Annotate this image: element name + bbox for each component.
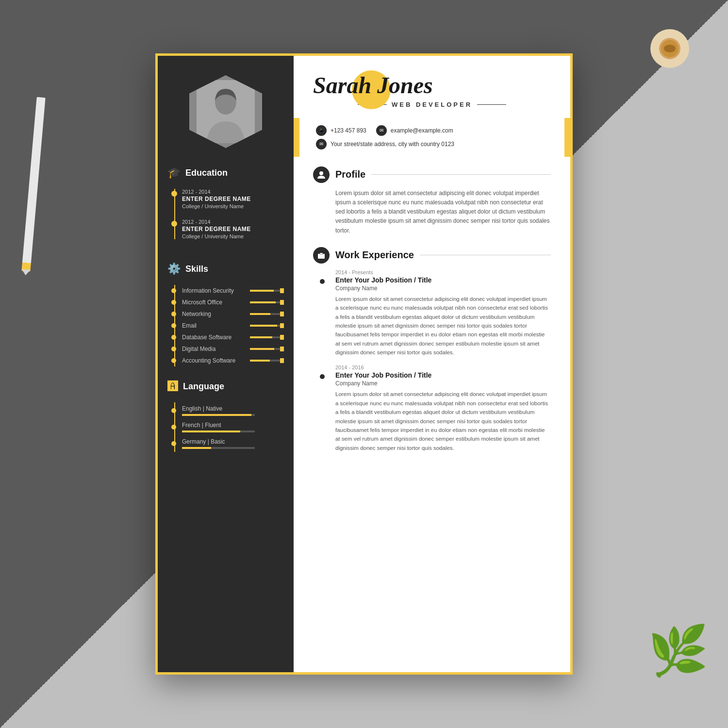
skill-item-3: Networking bbox=[158, 308, 294, 320]
skill-thumb-5 bbox=[280, 335, 284, 340]
lang-name-3: Germany | Basic bbox=[182, 438, 284, 445]
skill-bar-7 bbox=[250, 360, 284, 362]
profile-section-header: Profile bbox=[313, 166, 551, 183]
work-desc-2: Lorem ipsum dolor sit amet consectetur a… bbox=[335, 390, 551, 452]
skill-thumb-4 bbox=[280, 323, 284, 328]
phone-text: +123 457 893 bbox=[331, 127, 366, 134]
yellow-bar-right bbox=[564, 118, 567, 157]
edu-entry-1: 2012 - 2014 ENTER DEGREE NAME College / … bbox=[158, 189, 294, 209]
skill-dot-1 bbox=[171, 288, 176, 293]
language-header: 🅰 Language bbox=[158, 376, 294, 397]
name-section: Sarah Jones WEB DEVELOPER bbox=[294, 56, 570, 118]
work-title-1: Enter Your Job Position / Title bbox=[335, 276, 551, 284]
work-icon bbox=[313, 247, 330, 264]
skill-thumb-7 bbox=[280, 358, 284, 363]
job-title: WEB DEVELOPER bbox=[313, 101, 551, 108]
profile-title: Profile bbox=[335, 169, 365, 180]
education-header: 🎓 Education bbox=[158, 163, 294, 183]
work-entry-2: 2014 - 2016 Enter Your Job Position / Ti… bbox=[313, 364, 551, 452]
skill-name-4: Email bbox=[182, 322, 246, 329]
skill-bar-3 bbox=[250, 313, 284, 315]
edu-degree-1: ENTER DEGREE NAME bbox=[182, 196, 284, 202]
education-icon: 🎓 bbox=[167, 166, 181, 179]
language-section: 🅰 Language English | Native French | Flu… bbox=[158, 376, 294, 462]
address-text: Your street/state address, city with cou… bbox=[331, 141, 454, 148]
education-title: Education bbox=[185, 168, 228, 178]
skill-bar-2 bbox=[250, 301, 284, 303]
lang-dot-3 bbox=[171, 441, 176, 446]
profile-line bbox=[371, 174, 551, 175]
skill-item-7: Accounting Software bbox=[158, 355, 294, 366]
profile-photo bbox=[189, 75, 262, 148]
work-dot-2 bbox=[320, 374, 325, 379]
plant-decoration: 🌿 bbox=[648, 622, 709, 679]
skill-dot-3 bbox=[171, 312, 176, 316]
edu-year-2: 2012 - 2014 bbox=[182, 219, 284, 225]
address-icon: ✉ bbox=[316, 139, 327, 149]
contact-section: 📱 +123 457 893 ✉ example@example.com ✉ Y… bbox=[294, 118, 570, 157]
skill-dot-6 bbox=[171, 347, 176, 351]
lang-item-2: French | Fluent bbox=[158, 419, 294, 435]
skill-thumb-3 bbox=[280, 312, 284, 316]
skill-item-2: Microsoft Office bbox=[158, 297, 294, 308]
skill-name-5: Database Software bbox=[182, 334, 246, 341]
work-experience-section: Work Experience 2014 - Presents Enter Yo… bbox=[313, 247, 551, 452]
skill-item-5: Database Software bbox=[158, 331, 294, 343]
skill-item-1: Information Security bbox=[158, 285, 294, 297]
skill-name-6: Digital Media bbox=[182, 346, 246, 352]
skill-bar-4 bbox=[250, 325, 284, 327]
edu-year-1: 2012 - 2014 bbox=[182, 189, 284, 195]
skill-bar-1 bbox=[250, 290, 284, 292]
skill-fill-5 bbox=[250, 336, 272, 338]
svg-point-2 bbox=[664, 45, 676, 52]
svg-rect-6 bbox=[318, 254, 325, 259]
lang-dot-2 bbox=[171, 425, 176, 430]
edu-entry-2: 2012 - 2014 ENTER DEGREE NAME College / … bbox=[158, 219, 294, 239]
work-year-2: 2014 - 2016 bbox=[335, 364, 551, 370]
phone-icon: 📱 bbox=[316, 125, 327, 136]
lang-fill-2 bbox=[182, 430, 240, 432]
skill-thumb-2 bbox=[280, 300, 284, 305]
skill-fill-7 bbox=[250, 360, 270, 362]
skill-dot-5 bbox=[171, 335, 176, 340]
lang-bar-2 bbox=[182, 430, 255, 432]
contact-address: ✉ Your street/state address, city with c… bbox=[316, 139, 454, 149]
candidate-name: Sarah Jones bbox=[313, 73, 551, 99]
edu-degree-2: ENTER DEGREE NAME bbox=[182, 226, 284, 232]
skill-fill-4 bbox=[250, 325, 277, 327]
skill-name-1: Information Security bbox=[182, 287, 246, 294]
coffee-cup-decoration bbox=[650, 29, 689, 68]
skill-dot-4 bbox=[171, 323, 176, 328]
work-title-2: Enter Your Job Position / Title bbox=[335, 371, 551, 379]
skill-fill-2 bbox=[250, 301, 276, 303]
email-icon: ✉ bbox=[376, 125, 387, 136]
education-section: 🎓 Education 2012 - 2014 ENTER DEGREE NAM… bbox=[158, 163, 294, 259]
svg-rect-7 bbox=[320, 253, 323, 254]
lang-bar-1 bbox=[182, 414, 255, 416]
language-icon: 🅰 bbox=[167, 380, 178, 393]
edu-dot-2 bbox=[171, 221, 177, 227]
skills-header: ⚙️ Skills bbox=[158, 259, 294, 279]
contact-phone: 📱 +123 457 893 bbox=[316, 125, 366, 136]
profile-section: Profile Lorem ipsum dolor sit amet conse… bbox=[313, 166, 551, 235]
skill-bar-5 bbox=[250, 336, 284, 338]
language-title: Language bbox=[183, 381, 224, 392]
lang-bar-3 bbox=[182, 447, 255, 449]
skills-title: Skills bbox=[185, 264, 208, 274]
skill-dot-7 bbox=[171, 358, 176, 363]
svg-point-5 bbox=[319, 171, 323, 175]
skill-dot-2 bbox=[171, 300, 176, 305]
skill-thumb-6 bbox=[280, 347, 284, 351]
work-line bbox=[420, 255, 551, 255]
work-year-1: 2014 - Presents bbox=[335, 269, 551, 275]
skills-icon: ⚙️ bbox=[167, 263, 181, 275]
skill-fill-6 bbox=[250, 348, 274, 350]
skill-fill-3 bbox=[250, 313, 270, 315]
edu-school-1: College / University Name bbox=[182, 203, 284, 209]
lang-item-1: English | Native bbox=[158, 402, 294, 419]
email-text: example@example.com bbox=[391, 127, 453, 134]
yellow-bar-left bbox=[297, 118, 299, 157]
photo-section bbox=[158, 56, 294, 163]
lang-dot-1 bbox=[171, 408, 176, 413]
work-section-title: Work Experience bbox=[335, 249, 414, 261]
